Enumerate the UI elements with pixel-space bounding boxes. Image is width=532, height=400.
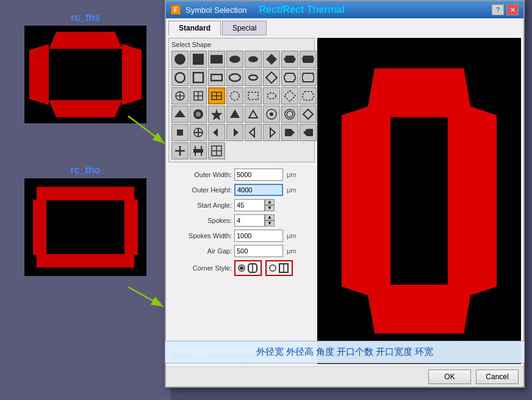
shape-btn-4[interactable] [245,51,262,68]
shape-btn-40[interactable] [171,142,189,159]
svg-point-5 [248,56,258,62]
corner-round-option[interactable] [234,260,262,276]
outer-width-input[interactable] [234,169,283,181]
shape-btn-39[interactable] [300,124,317,141]
right-panel [317,38,521,364]
air-gap-label: Air Gap: [171,247,232,255]
spokes-width-label: Spokes Width: [171,232,232,239]
outer-height-row: Outer Height: μm [171,184,312,196]
corner-round-radio[interactable] [238,264,245,272]
outer-height-input[interactable] [234,184,283,196]
thumb-box-tho [24,178,146,276]
shape-btn-35[interactable] [226,124,243,141]
shape-btn-18[interactable] [208,87,225,104]
spokes-input[interactable] [234,214,265,227]
thumb-label-ths: rc_ths [5,7,166,26]
svg-point-38 [270,112,273,116]
arrow-1 [122,110,171,159]
corner-sharp-radio[interactable] [269,264,276,272]
shape-btn-17[interactable] [190,87,207,104]
spokes-width-input[interactable] [234,230,283,242]
close-button[interactable]: ✕ [506,4,519,15]
start-angle-input[interactable] [234,199,265,211]
shape-btn-32[interactable] [171,124,189,141]
outer-width-unit: μm [287,171,297,178]
shape-btn-29[interactable] [263,106,280,123]
spokes-width-row: Spokes Width: μm [171,230,312,242]
svg-marker-16 [302,73,314,82]
shape-btn-34[interactable] [208,124,225,141]
shape-btn-21[interactable] [263,87,280,104]
help-button[interactable]: ? [492,4,504,15]
corner-options [234,260,293,276]
shape-btn-37[interactable] [263,124,280,141]
shape-btn-41[interactable] [190,142,207,159]
tab-special[interactable]: Special [222,21,267,35]
background-panel: rc_ths rc_tho [0,0,171,400]
shape-btn-15[interactable] [300,69,317,86]
shape-btn-22[interactable] [281,87,298,104]
bar-left [33,200,46,255]
tho-shape-preview [24,178,146,276]
dialog-body: Standard Special Select Shape [166,18,523,366]
dialog-footer: OK Cancel [166,366,523,387]
cancel-button[interactable]: Cancel [476,369,519,384]
arrow-2 [122,281,171,318]
svg-point-9 [175,73,185,82]
shape-btn-26[interactable] [208,106,225,123]
outer-height-label: Outer Height: [171,186,232,194]
shape-btn-1[interactable] [190,51,207,68]
shape-btn-25[interactable] [190,106,207,123]
svg-rect-10 [193,73,203,82]
shape-btn-36[interactable] [245,124,262,141]
svg-point-13 [249,75,257,80]
shape-btn-14[interactable] [281,69,298,86]
ok-button[interactable]: OK [428,369,471,384]
shape-btn-0[interactable] [171,51,189,68]
form-area: Outer Width: μm Outer Height: μm Start A… [168,166,315,282]
content-area: Select Shape [168,38,521,364]
spokes-down[interactable]: ▼ [265,220,275,227]
spokes-spinner-btns: ▲ ▼ [265,214,275,227]
shape-btn-28[interactable] [245,106,262,123]
shape-btn-30[interactable] [281,106,298,123]
shape-btn-2[interactable] [208,51,225,68]
shape-btn-31[interactable] [300,106,317,123]
shape-btn-23[interactable] [300,87,317,104]
svg-marker-7 [284,56,296,63]
corner-sharp-option[interactable] [265,260,293,276]
shape-btn-24[interactable] [171,106,189,123]
shape-btn-8[interactable] [171,69,189,86]
spokes-label: Spokes: [171,217,232,224]
shape-btn-42[interactable] [208,142,225,159]
air-gap-unit: μm [287,247,297,255]
shape-btn-10[interactable] [208,69,225,86]
spokes-up[interactable]: ▲ [265,214,275,220]
shape-btn-11[interactable] [226,69,243,86]
start-angle-up[interactable]: ▲ [265,199,275,205]
shape-btn-9[interactable] [190,69,207,86]
shape-btn-27[interactable] [226,106,243,123]
shape-btn-20[interactable] [245,87,262,104]
shape-btn-7[interactable] [300,51,317,68]
symbol-selection-dialog: F Symbol Selection Rect/Rect Thermal ? ✕… [165,0,525,388]
start-angle-down[interactable]: ▼ [265,205,275,211]
shape-btn-12[interactable] [245,69,262,86]
shape-btn-6[interactable] [281,51,298,68]
ths-shape-preview [24,26,146,123]
svg-marker-15 [284,73,296,82]
corner-round-icon [247,263,258,274]
air-gap-input[interactable] [234,245,283,257]
shape-btn-38[interactable] [281,124,298,141]
shape-btn-16[interactable] [171,87,189,104]
shape-btn-3[interactable] [226,51,243,68]
shape-btn-5[interactable] [263,51,280,68]
shape-btn-13[interactable] [263,69,280,86]
shape-btn-33[interactable] [190,124,207,141]
outer-width-label: Outer Width: [171,171,232,178]
shape-group-title: Select Shape [171,41,312,48]
svg-marker-8 [302,56,314,63]
left-panel: Select Shape [168,38,315,364]
tab-standard[interactable]: Standard [168,21,221,35]
shape-btn-19[interactable] [226,87,243,104]
